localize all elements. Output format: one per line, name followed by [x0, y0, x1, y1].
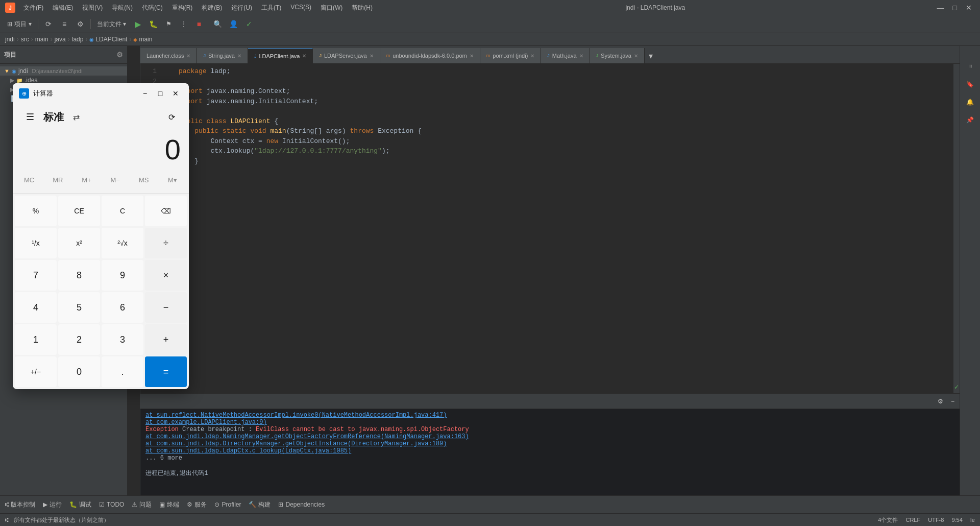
- menu-help[interactable]: 帮助(H): [348, 3, 377, 13]
- calc-conv-button[interactable]: ⇄: [68, 109, 84, 125]
- breadcrumb-ladp[interactable]: ladp: [72, 36, 84, 43]
- calc-0-button[interactable]: 0: [58, 356, 100, 387]
- breadcrumb-jndi[interactable]: jndi: [5, 36, 15, 43]
- close-button[interactable]: ✕: [963, 4, 975, 12]
- calc-minimize-button[interactable]: −: [138, 86, 152, 101]
- calc-c-button[interactable]: C: [102, 196, 143, 226]
- terminal-link-1[interactable]: at sun.reflect.NativeMethodAccessorImpl.…: [145, 412, 447, 419]
- terminal-button[interactable]: ▣ 终端: [159, 500, 179, 509]
- user-button[interactable]: 👤: [226, 17, 240, 31]
- menu-code[interactable]: 代码(C): [138, 3, 167, 13]
- calc-ce-button[interactable]: CE: [58, 196, 100, 226]
- calc-divide-button[interactable]: ÷: [145, 228, 187, 258]
- tab-ldapserver[interactable]: J LDAPServer.java ✕: [313, 48, 380, 63]
- breadcrumb-ldapclient[interactable]: LDAPClient: [95, 36, 127, 43]
- status-encoding[interactable]: UTF-8: [928, 517, 944, 523]
- run-button[interactable]: ▶: [131, 17, 145, 31]
- profiler-button[interactable]: ⊙ Profiler: [214, 501, 241, 508]
- notifications-right[interactable]: 🔔: [963, 94, 978, 110]
- tab-string[interactable]: J String.java ✕: [197, 48, 248, 63]
- calc-negate-button[interactable]: +/−: [15, 356, 57, 387]
- calc-plus-button[interactable]: +: [145, 324, 187, 355]
- menu-tools[interactable]: 工具(T): [257, 3, 285, 13]
- close-tab-pomxml[interactable]: ✕: [530, 53, 534, 59]
- menu-run[interactable]: 运行(U): [227, 3, 256, 13]
- calc-3-button[interactable]: 3: [102, 324, 143, 355]
- calc-mr-button[interactable]: MR: [43, 171, 72, 189]
- menu-navigate[interactable]: 导航(N): [108, 3, 137, 13]
- more-tabs-button[interactable]: ▾: [645, 48, 657, 63]
- calc-backspace-button[interactable]: ⌫: [145, 196, 187, 226]
- status-crlf[interactable]: CRLF: [905, 517, 920, 523]
- debug-toolbar-button[interactable]: 🐛 调试: [69, 500, 91, 509]
- minimize-panel-icon[interactable]: −: [951, 398, 954, 405]
- terminal-link-4[interactable]: at com.sun.jndi.ldap.DirectoryManager.ge…: [145, 440, 447, 447]
- close-tab-string[interactable]: ✕: [237, 53, 241, 59]
- calc-2-button[interactable]: 2: [58, 324, 100, 355]
- tree-item-jndi[interactable]: ▼ ◉ jndi D:\javaanz\test3\jndi: [0, 66, 127, 76]
- sync-button[interactable]: ⟳: [41, 17, 56, 31]
- breadcrumb-src[interactable]: src: [21, 36, 29, 43]
- equalizer-button[interactable]: ≡: [57, 17, 71, 31]
- calc-5-button[interactable]: 5: [58, 292, 100, 323]
- menu-build[interactable]: 构建(B): [198, 3, 226, 13]
- problems-button[interactable]: ⚠ 问题: [132, 500, 152, 509]
- calc-sqrt-button[interactable]: ²√x: [102, 228, 143, 258]
- calc-ms-button[interactable]: MS: [130, 171, 158, 189]
- search-button[interactable]: 🔍: [210, 17, 225, 31]
- coverage-button[interactable]: ⚑: [161, 17, 176, 31]
- close-tab-ldapclient[interactable]: ✕: [302, 53, 306, 59]
- todo-button[interactable]: ☑ TODO: [99, 501, 124, 508]
- calc-mplus-button[interactable]: M+: [72, 171, 101, 189]
- tab-launcher[interactable]: Launcher.class ✕: [140, 48, 197, 63]
- terminal-link-5[interactable]: at com.sun.jndi.ldap.LdapCtx.c_lookup(Ld…: [145, 447, 351, 455]
- calc-close-button[interactable]: ✕: [168, 86, 183, 101]
- tab-ldapclient[interactable]: J LDAPClient.java ✕: [248, 48, 313, 63]
- run-toolbar-button[interactable]: ▶ 运行: [43, 500, 62, 509]
- calc-mminus-button[interactable]: M−: [101, 171, 130, 189]
- bookmark-button[interactable]: 🔖: [963, 77, 978, 92]
- maximize-button[interactable]: □: [950, 4, 960, 12]
- menu-refactor[interactable]: 重构(R): [168, 3, 197, 13]
- calc-menu-button[interactable]: ☰: [21, 108, 39, 126]
- breadcrumb-main[interactable]: main: [35, 36, 48, 43]
- breadcrumb-java[interactable]: java: [55, 36, 66, 43]
- calc-percent-button[interactable]: %: [15, 196, 57, 226]
- structure-button[interactable]: ≡: [963, 59, 978, 74]
- dependencies-button[interactable]: ⊞ Dependencies: [278, 501, 325, 508]
- calc-reciprocal-button[interactable]: ¹/x: [15, 228, 57, 258]
- services-button[interactable]: ⚙ 服务: [187, 500, 207, 509]
- calc-6-button[interactable]: 6: [102, 292, 143, 323]
- calc-mdown-button[interactable]: M▾: [158, 171, 187, 189]
- close-tab-system[interactable]: ✕: [634, 53, 638, 59]
- calc-8-button[interactable]: 8: [58, 260, 100, 291]
- notifications-button[interactable]: ✓: [242, 17, 256, 31]
- calc-square-button[interactable]: x²: [58, 228, 100, 258]
- calc-minus-button[interactable]: −: [145, 292, 187, 323]
- tab-pom[interactable]: m unboundid-ldapsdk-6.0.0.pom ✕: [380, 48, 480, 63]
- calc-history-button[interactable]: ⟳: [162, 108, 181, 126]
- stop-button[interactable]: ■: [192, 17, 206, 31]
- tab-pomxml[interactable]: m pom.xml (jndi) ✕: [480, 48, 542, 63]
- menu-file[interactable]: 文件(F): [19, 3, 47, 13]
- sidebar-settings-icon[interactable]: ⚙: [116, 51, 123, 59]
- menu-window[interactable]: 窗口(W): [316, 3, 347, 13]
- calc-maximize-button[interactable]: □: [153, 86, 167, 101]
- calc-equals-button[interactable]: =: [145, 356, 187, 387]
- project-button[interactable]: ⊞ 项目 ▾: [4, 17, 35, 31]
- more-run-button[interactable]: ⋮: [177, 17, 191, 31]
- code-editor[interactable]: 1 2 3 4 5 6 7 8 9 10 11: [140, 64, 960, 393]
- calc-multiply-button[interactable]: ×: [145, 260, 187, 291]
- pin-button[interactable]: 📌: [963, 112, 978, 128]
- calc-1-button[interactable]: 1: [15, 324, 57, 355]
- close-tab-pom[interactable]: ✕: [470, 53, 474, 59]
- calc-9-button[interactable]: 9: [102, 260, 143, 291]
- debug-button[interactable]: 🐛: [146, 17, 160, 31]
- current-file-dropdown[interactable]: 当前文件 ▾: [94, 20, 129, 29]
- minimize-button[interactable]: —: [934, 4, 947, 12]
- menu-view[interactable]: 视图(V): [78, 3, 107, 13]
- close-tab-ldapserver[interactable]: ✕: [370, 53, 374, 59]
- close-tab-launcher[interactable]: ✕: [186, 53, 190, 59]
- gear-icon[interactable]: ⚙: [938, 398, 943, 405]
- tab-system[interactable]: J System.java ✕: [590, 48, 645, 63]
